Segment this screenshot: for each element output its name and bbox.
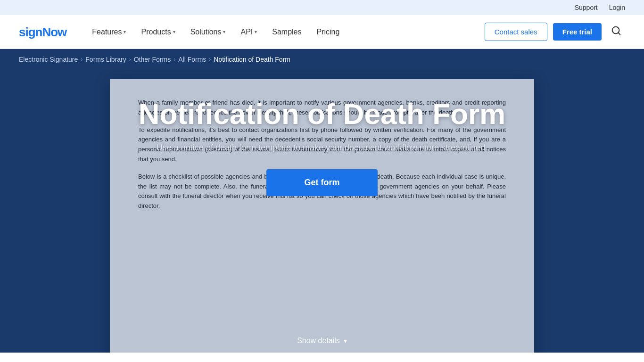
free-trial-button[interactable]: Free trial (553, 23, 602, 41)
hero-content: Notification of Death Form Use a notice … (110, 70, 534, 234)
logo-now-text: Now (42, 25, 66, 39)
breadcrumb-sep-1: › (81, 56, 83, 63)
get-form-button[interactable]: Get form (266, 169, 377, 196)
login-link[interactable]: Login (609, 4, 625, 11)
chevron-down-icon: ▾ (124, 29, 126, 34)
breadcrumb-sep-3: › (173, 56, 175, 63)
chevron-down-icon: ▾ (223, 29, 225, 34)
contact-sales-button[interactable]: Contact sales (485, 23, 547, 41)
show-details-button[interactable]: Show details ▾ (297, 337, 347, 345)
nav-item-api[interactable]: API ▾ (234, 24, 264, 40)
breadcrumb: Electronic Signature › Forms Library › O… (0, 49, 644, 70)
hero-subtitle: Use a notice of death form template to m… (129, 141, 515, 154)
nav-links: Features ▾ Products ▾ Solutions ▾ API ▾ … (85, 24, 484, 40)
breadcrumb-all-forms[interactable]: All Forms (178, 56, 206, 63)
chevron-down-icon: ▾ (255, 29, 257, 34)
breadcrumb-sep-2: › (129, 56, 131, 63)
search-icon-button[interactable] (607, 22, 625, 42)
hero-title: Notification of Death Form (129, 98, 515, 130)
logo-sign-text: sign (19, 25, 42, 39)
breadcrumb-electronic-signature[interactable]: Electronic Signature (19, 56, 78, 63)
nav-item-products[interactable]: Products ▾ (134, 24, 182, 40)
nav-item-pricing[interactable]: Pricing (310, 24, 347, 40)
breadcrumb-sep-4: › (209, 56, 211, 63)
nav-item-features[interactable]: Features ▾ (85, 24, 132, 40)
show-details-label: Show details (297, 337, 340, 345)
search-icon (611, 25, 621, 36)
chevron-down-icon: ▾ (173, 29, 175, 34)
top-bar: Support Login (0, 0, 644, 15)
breadcrumb-forms-library[interactable]: Forms Library (85, 56, 126, 63)
nav-actions: Contact sales Free trial (485, 22, 625, 42)
chevron-down-icon: ▾ (344, 337, 347, 345)
show-details-container: Show details ▾ (0, 329, 644, 353)
svg-line-1 (618, 33, 620, 34)
breadcrumb-other-forms[interactable]: Other Forms (134, 56, 171, 63)
nav-item-samples[interactable]: Samples (265, 24, 308, 40)
nav-item-solutions[interactable]: Solutions ▾ (184, 24, 232, 40)
support-link[interactable]: Support (575, 4, 598, 11)
breadcrumb-current: Notification of Death Form (214, 56, 290, 63)
hero-section: When a family member or friend has died,… (0, 70, 644, 353)
main-nav: signNow Features ▾ Products ▾ Solutions … (0, 15, 644, 49)
logo[interactable]: signNow (19, 25, 66, 40)
